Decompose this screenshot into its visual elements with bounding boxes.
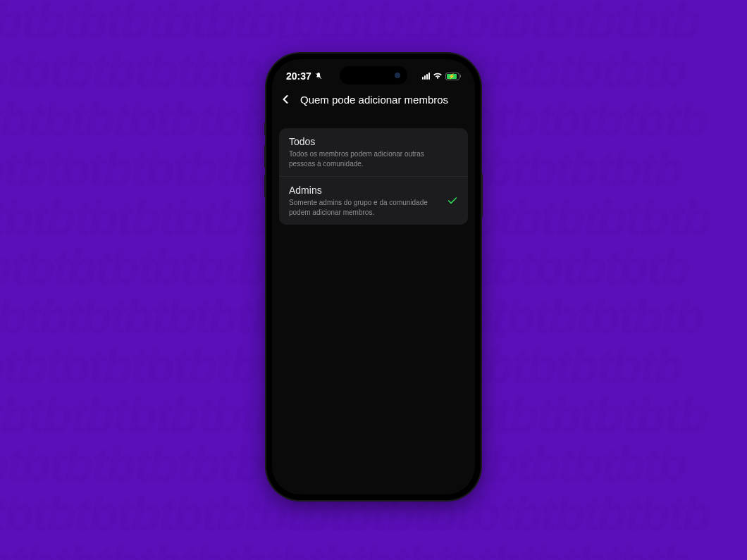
checkmark-icon — [447, 195, 458, 206]
mute-switch — [264, 123, 266, 135]
option-description: Somente admins do grupo e da comunidade … — [289, 198, 458, 217]
dynamic-island — [340, 66, 407, 85]
option-todos[interactable]: Todos Todos os membros podem adicionar o… — [279, 128, 468, 177]
power-button — [481, 173, 483, 217]
status-time: 20:37 — [286, 70, 311, 82]
phone-screen: 20:37 ⚡ — [272, 59, 475, 494]
battery-indicator: ⚡ — [445, 73, 461, 80]
status-left: 20:37 — [286, 70, 323, 82]
front-camera — [395, 73, 400, 78]
chevron-left-icon — [278, 92, 292, 106]
options-list: Todos Todos os membros podem adicionar o… — [279, 128, 468, 225]
volume-up-button — [264, 145, 266, 168]
back-button[interactable] — [278, 92, 293, 107]
option-description: Todos os membros podem adicionar outras … — [289, 149, 458, 168]
status-right: ⚡ — [422, 73, 461, 80]
option-title: Todos — [289, 136, 458, 147]
page-header: Quem pode adicionar membros — [272, 87, 475, 117]
page-title: Quem pode adicionar membros — [300, 94, 448, 106]
cellular-signal-icon — [422, 73, 430, 80]
option-admins[interactable]: Admins Somente admins do grupo e da comu… — [279, 177, 468, 225]
charging-bolt-icon: ⚡ — [448, 73, 455, 80]
wifi-icon — [433, 73, 443, 80]
phone-frame: 20:37 ⚡ — [266, 54, 481, 500]
notification-silent-icon — [314, 72, 323, 80]
option-title: Admins — [289, 185, 458, 196]
volume-down-button — [264, 175, 266, 197]
